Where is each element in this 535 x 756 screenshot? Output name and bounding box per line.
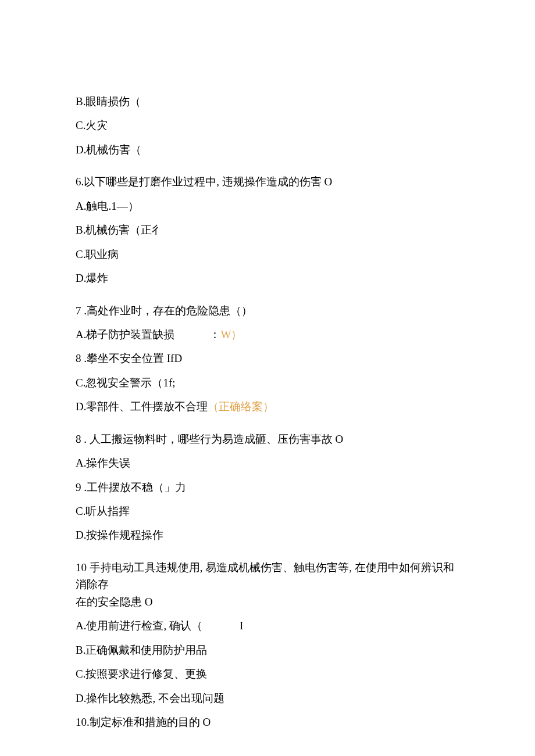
q7-option-d-prefix: D.零部件、工件摆放不合理	[76, 400, 208, 413]
q10-option-a-prefix: A.使用前进行检查, 确认（	[76, 619, 202, 632]
q10-stem-line1: 10 手持电动工具违规使用, 易造成机械伤害、触电伤害等, 在使用中如何辨识和消…	[76, 559, 459, 593]
q10-option-c: C.按照要求进行修复、更换	[76, 665, 459, 682]
q8-option-c: C.听从指挥	[76, 503, 459, 519]
q10-option-b: B.正确佩戴和使用防护用品	[76, 642, 459, 658]
q6-option-b: B.机械伤害（正彳	[76, 221, 459, 238]
q10-option-a: A.使用前进行检查, 确认（I	[76, 617, 459, 634]
q6-option-d: D.爆炸	[76, 270, 459, 286]
q7-option-d: D.零部件、工件摆放不合理（正确络案）	[76, 398, 459, 415]
q10-option-a-suffix: I	[240, 619, 243, 632]
q7-option-a-sep: ：	[209, 328, 220, 341]
q5-option-d: D.机械伤害（	[76, 141, 459, 158]
document-page: B.眼睛损伤（ C.火灾 D.机械伤害（ 6.以下哪些是打磨作业过程中, 违规操…	[0, 0, 535, 756]
q7-option-a: A.梯子防护装置缺损：W）	[76, 326, 459, 343]
q5-option-b: B.眼睛损伤（	[76, 93, 459, 110]
q6-option-c: C.职业病	[76, 246, 459, 263]
q10b-stem: 10.制定标准和措施的目的 O	[76, 714, 459, 730]
q7-stem: 7 .高处作业时，存在的危险隐患（）	[76, 302, 459, 319]
q8-stem: 8 . 人工搬运物料时，哪些行为易造成砸、压伤害事故 O	[76, 431, 459, 447]
q7-option-a-prefix: A.梯子防护装置缺损	[76, 328, 174, 341]
q8-option-d: D.按操作规程操作	[76, 526, 459, 543]
q7-option-a-suffix: W）	[220, 328, 242, 341]
q10-option-d: D.操作比较熟悉, 不会出现问题	[76, 690, 459, 707]
q6-option-a: A.触电.1—）	[76, 198, 459, 214]
q8-option-a: A.操作失误	[76, 454, 459, 471]
q7-option-b: 8 .攀坐不安全位置 IfD	[76, 350, 459, 367]
q7-option-c: C.忽视安全警示（1f;	[76, 374, 459, 391]
q5-option-c: C.火灾	[76, 117, 459, 134]
q10-stem-line2: 在的安全隐患 O	[76, 593, 459, 610]
q6-stem: 6.以下哪些是打磨作业过程中, 违规操作造成的伤害 O	[76, 173, 459, 190]
q7-option-d-suffix: （正确络案）	[208, 400, 274, 413]
q8-option-b: 9 .工件摆放不稳（」力	[76, 479, 459, 496]
